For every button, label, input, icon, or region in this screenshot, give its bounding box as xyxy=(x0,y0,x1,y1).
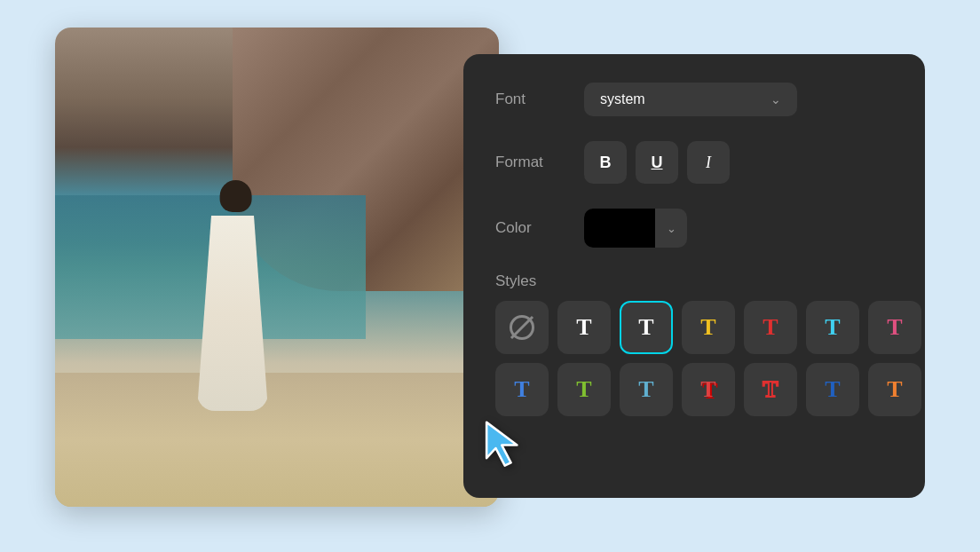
photo-scene xyxy=(55,28,499,507)
style-white-button[interactable]: T xyxy=(557,301,611,354)
person-coat xyxy=(197,216,268,411)
style-blue-button[interactable]: T xyxy=(495,363,549,416)
cyan-t-icon: T xyxy=(825,316,840,339)
outlined-t-icon: T xyxy=(763,378,778,401)
format-row: Format B U I xyxy=(495,141,893,184)
redshadow-t-icon: T xyxy=(700,378,715,401)
styles-row-2: T T T T T T xyxy=(495,363,893,416)
orange-t-icon: T xyxy=(887,378,902,401)
photo-card xyxy=(55,28,499,507)
format-label: Format xyxy=(495,154,566,171)
red-t-icon: T xyxy=(763,316,778,339)
styles-grid: T T T T T T xyxy=(495,301,893,416)
yellow-t-icon: T xyxy=(700,316,715,339)
style-green-button[interactable]: T xyxy=(557,363,611,416)
style-none-button[interactable] xyxy=(495,301,549,354)
bold-button[interactable]: B xyxy=(584,141,627,184)
italic-button[interactable]: I xyxy=(687,141,730,184)
style-orange-button[interactable]: T xyxy=(868,363,921,416)
green-t-icon: T xyxy=(576,378,591,401)
style-cyan-button[interactable]: T xyxy=(806,301,859,354)
underline-button[interactable]: U xyxy=(636,141,678,184)
text-style-panel: Font system ⌄ Format B U I Color ⌄ xyxy=(463,54,925,498)
active-t-icon: T xyxy=(638,316,653,339)
main-container: Font system ⌄ Format B U I Color ⌄ xyxy=(55,28,925,524)
color-row: Color ⌄ xyxy=(495,209,893,248)
font-label: Font xyxy=(495,91,566,108)
font-chevron-icon: ⌄ xyxy=(771,92,781,106)
styles-section: Styles T T T xyxy=(495,272,893,416)
person-head xyxy=(220,180,252,212)
font-selector[interactable]: system ⌄ xyxy=(584,83,797,116)
style-red-button[interactable]: T xyxy=(744,301,797,354)
blue-t-icon: T xyxy=(514,378,529,401)
style-outlined-button[interactable]: T xyxy=(744,363,797,416)
format-buttons-group: B U I xyxy=(584,141,730,184)
color-label: Color xyxy=(495,219,566,237)
styles-row-1: T T T T T T xyxy=(495,301,893,354)
color-chevron-icon: ⌄ xyxy=(655,209,687,248)
style-darkblue-button[interactable]: T xyxy=(806,363,859,416)
person-figure xyxy=(179,180,286,411)
style-yellow-button[interactable]: T xyxy=(682,301,735,354)
white-t-icon: T xyxy=(576,316,591,339)
color-swatch xyxy=(584,209,655,248)
lightblue-t-icon: T xyxy=(638,378,653,401)
style-redshadow-button[interactable]: T xyxy=(682,363,735,416)
pink-t-icon: T xyxy=(887,316,902,339)
font-value: system xyxy=(600,91,645,107)
style-active-button[interactable]: T xyxy=(620,301,673,354)
color-picker-button[interactable]: ⌄ xyxy=(584,209,687,248)
styles-label: Styles xyxy=(495,272,893,290)
darkblue-t-icon: T xyxy=(825,378,840,401)
style-pink-button[interactable]: T xyxy=(868,301,921,354)
font-row: Font system ⌄ xyxy=(495,83,893,116)
style-lightblue-button[interactable]: T xyxy=(620,363,673,416)
no-style-icon xyxy=(510,315,534,340)
